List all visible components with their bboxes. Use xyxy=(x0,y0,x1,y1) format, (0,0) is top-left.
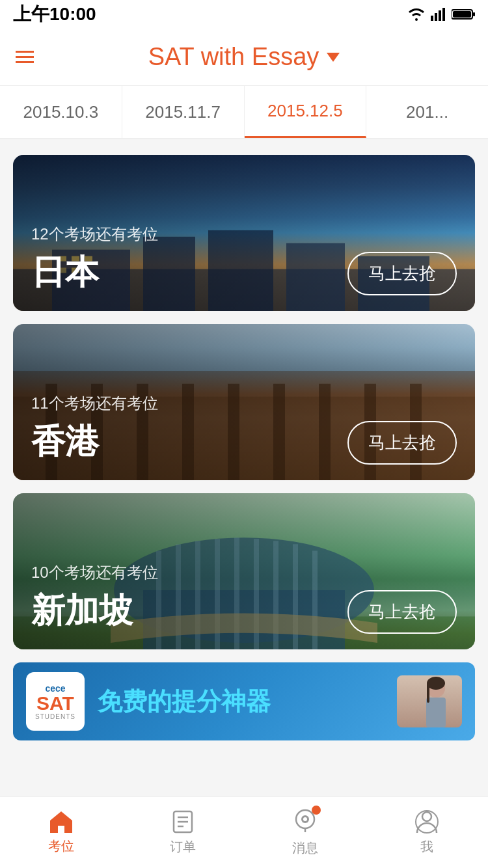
svg-rect-44 xyxy=(427,683,429,703)
message-badge xyxy=(312,806,321,815)
japan-city: 日本 xyxy=(31,250,158,295)
nav-label-xiaoxi: 消息 xyxy=(292,839,318,857)
wifi-icon xyxy=(407,8,426,21)
header-title-text: SAT with Essay xyxy=(148,43,319,71)
svg-point-51 xyxy=(303,817,307,821)
status-time: 上午10:00 xyxy=(13,2,96,27)
date-tab-4[interactable]: 201... xyxy=(366,86,488,138)
singapore-seats: 10个考场还有考位 xyxy=(31,562,158,583)
japan-grab-button[interactable]: 马上去抢 xyxy=(347,252,457,295)
profile-icon xyxy=(414,809,439,834)
promo-sat-text: SAT xyxy=(36,694,74,713)
card-text-hongkong: 11个考场还有考位 香港 xyxy=(31,393,158,465)
svg-rect-5 xyxy=(473,12,475,16)
promo-students-text: STUDENTS xyxy=(35,713,75,720)
svg-point-53 xyxy=(422,812,431,821)
promo-image xyxy=(397,675,462,727)
menu-icon[interactable] xyxy=(16,51,34,63)
bottom-nav: 考位 订单 消息 我 xyxy=(0,796,488,868)
nav-item-wo[interactable]: 我 xyxy=(366,797,489,868)
location-card-japan[interactable]: 12个考场还有考位 日本 马上去抢 xyxy=(13,155,475,311)
hongkong-grab-button[interactable]: 马上去抢 xyxy=(347,421,457,465)
promo-logo: cece SAT STUDENTS xyxy=(26,672,85,731)
singapore-city: 新加坡 xyxy=(31,588,158,634)
date-tab-2[interactable]: 2015.11.7 xyxy=(122,86,245,138)
hongkong-city: 香港 xyxy=(31,419,158,465)
nav-item-xiaoxi[interactable]: 消息 xyxy=(244,797,366,868)
japan-seats: 12个考场还有考位 xyxy=(31,224,158,245)
date-tab-1[interactable]: 2015.10.3 xyxy=(0,86,122,138)
card-text-japan: 12个考场还有考位 日本 xyxy=(31,224,158,295)
home-icon xyxy=(48,810,74,834)
card-content-singapore: 10个考场还有考位 新加坡 马上去抢 xyxy=(13,547,475,649)
card-text-singapore: 10个考场还有考位 新加坡 xyxy=(31,562,158,634)
date-tab-3[interactable]: 2015.12.5 xyxy=(245,86,367,138)
battery-icon xyxy=(452,8,475,20)
content-area: 12个考场还有考位 日本 马上去抢 xyxy=(0,139,488,819)
message-icon-wrap xyxy=(292,808,318,835)
status-bar: 上午10:00 xyxy=(0,0,488,29)
dropdown-arrow-icon xyxy=(327,53,340,62)
hongkong-seats: 11个考场还有考位 xyxy=(31,393,158,414)
nav-label-wo: 我 xyxy=(420,838,433,856)
header-title[interactable]: SAT with Essay xyxy=(148,43,340,71)
nav-label-kawei: 考位 xyxy=(48,837,74,855)
nav-label-dingdan: 订单 xyxy=(170,838,196,856)
svg-rect-1 xyxy=(435,13,437,21)
nav-item-dingdan[interactable]: 订单 xyxy=(122,797,245,868)
card-content-japan: 12个考场还有考位 日本 马上去抢 xyxy=(13,208,475,311)
nav-item-kawei[interactable]: 考位 xyxy=(0,797,122,868)
svg-rect-2 xyxy=(439,10,441,21)
header: SAT with Essay xyxy=(0,29,488,86)
singapore-grab-button[interactable]: 马上去抢 xyxy=(347,590,457,634)
promo-girl-svg xyxy=(397,675,462,727)
card-content-hongkong: 11个考场还有考位 香港 马上去抢 xyxy=(13,377,475,480)
signal-icon xyxy=(431,8,446,21)
location-card-singapore[interactable]: 10个考场还有考位 新加坡 马上去抢 xyxy=(13,493,475,649)
date-tabs: 2015.10.3 2015.11.7 2015.12.5 201... xyxy=(0,86,488,139)
location-card-hongkong[interactable]: 11个考场还有考位 香港 马上去抢 xyxy=(13,324,475,480)
svg-point-43 xyxy=(427,677,445,690)
promo-slogan: 免费的提分神器 xyxy=(98,685,271,718)
status-icons xyxy=(407,8,475,21)
svg-rect-0 xyxy=(431,16,433,21)
promo-banner[interactable]: cece SAT STUDENTS 免费的提分神器 xyxy=(13,662,475,740)
svg-rect-3 xyxy=(442,8,445,21)
svg-rect-6 xyxy=(453,11,471,18)
order-icon xyxy=(172,809,194,834)
